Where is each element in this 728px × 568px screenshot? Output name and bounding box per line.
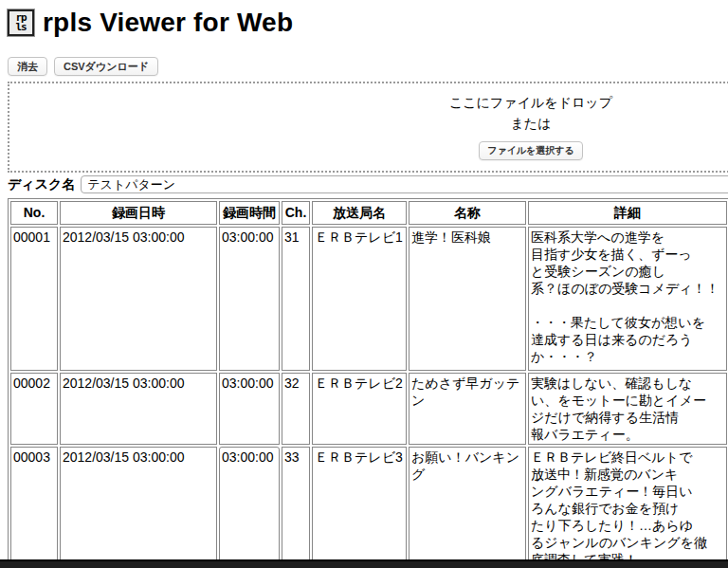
cell-ch[interactable]: 32 [282,373,310,445]
table-header-row: No.録画日時録画時間Ch.放送局名名称詳細 [10,201,727,225]
cell-station[interactable]: ＥＲＢテレビ3 [312,447,407,568]
recordings-table: No.録画日時録画時間Ch.放送局名名称詳細 000012012/03/15 0… [8,198,728,568]
disk-name-input[interactable] [81,175,728,193]
table-row: 000012012/03/15 03:00:0003:00:0031ＥＲＢテレビ… [10,227,727,371]
clear-button[interactable]: 消去 [8,57,47,76]
cell-detail[interactable]: ＥＲＢテレビ終日ベルトで 放送中！新感覚のバンキ ングバラエティー！毎日い ろん… [528,447,727,568]
cell-station[interactable]: ＥＲＢテレビ2 [312,373,407,445]
favicon-text-bottom: ls [15,23,26,32]
window-bottom-bar [0,559,728,568]
dropzone-or-text: または [9,116,728,133]
cell-name[interactable]: 進学！医科娘 [409,227,526,371]
cell-duration[interactable]: 03:00:00 [219,227,280,371]
cell-detail[interactable]: 医科系大学への進学を 目指す少女を描く、ずーっ と受験シーズンの癒し 系？ほのぼ… [528,227,727,371]
disk-name-row: ディスク名 [8,175,728,193]
page-title: rpls Viewer for Web [43,8,293,38]
cell-ch[interactable]: 31 [282,227,310,371]
column-header-datetime: 録画日時 [60,201,217,225]
column-header-name: 名称 [409,201,526,225]
dropzone-instruction: ここにファイルをドロップ [9,95,728,112]
cell-duration[interactable]: 03:00:00 [219,447,280,568]
cell-station[interactable]: ＥＲＢテレビ1 [312,227,407,371]
cell-ch[interactable]: 33 [282,447,310,568]
cell-duration[interactable]: 03:00:00 [219,373,280,445]
column-header-no: No. [10,201,58,225]
cell-name[interactable]: お願い！バンキング [409,447,526,568]
page-content: rp ls rpls Viewer for Web 消去 CSVダウンロード こ… [8,8,728,568]
file-dropzone[interactable]: ここにファイルをドロップ または ファイルを選択する [8,82,728,173]
cell-name[interactable]: ためさず早ガッテン [409,373,526,445]
cell-no[interactable]: 00003 [10,447,58,568]
table-row: 000032012/03/15 03:00:0003:00:0033ＥＲＢテレビ… [10,447,727,568]
column-header-duration: 録画時間 [219,201,280,225]
column-header-ch: Ch. [282,201,310,225]
csv-download-button[interactable]: CSVダウンロード [54,57,158,76]
rpls-favicon-icon: rp ls [8,9,34,36]
column-header-detail: 詳細 [528,201,727,225]
disk-name-label: ディスク名 [8,176,75,193]
column-header-station: 放送局名 [312,201,407,225]
cell-datetime[interactable]: 2012/03/15 03:00:00 [60,447,217,568]
file-select-button[interactable]: ファイルを選択する [479,141,583,160]
toolbar: 消去 CSVダウンロード [8,57,728,76]
cell-no[interactable]: 00002 [10,373,58,445]
table-row: 000022012/03/15 03:00:0003:00:0032ＥＲＢテレビ… [10,373,727,445]
cell-no[interactable]: 00001 [10,227,58,371]
app-header: rp ls rpls Viewer for Web [8,8,728,38]
table-body: 000012012/03/15 03:00:0003:00:0031ＥＲＢテレビ… [10,227,727,568]
cell-datetime[interactable]: 2012/03/15 03:00:00 [60,373,217,445]
page-viewport: rp ls rpls Viewer for Web 消去 CSVダウンロード こ… [0,0,728,568]
cell-detail[interactable]: 実験はしない、確認もしな い、をモットーに勘とイメー ジだけで納得する生活情 報… [528,373,727,445]
cell-datetime[interactable]: 2012/03/15 03:00:00 [60,227,217,371]
